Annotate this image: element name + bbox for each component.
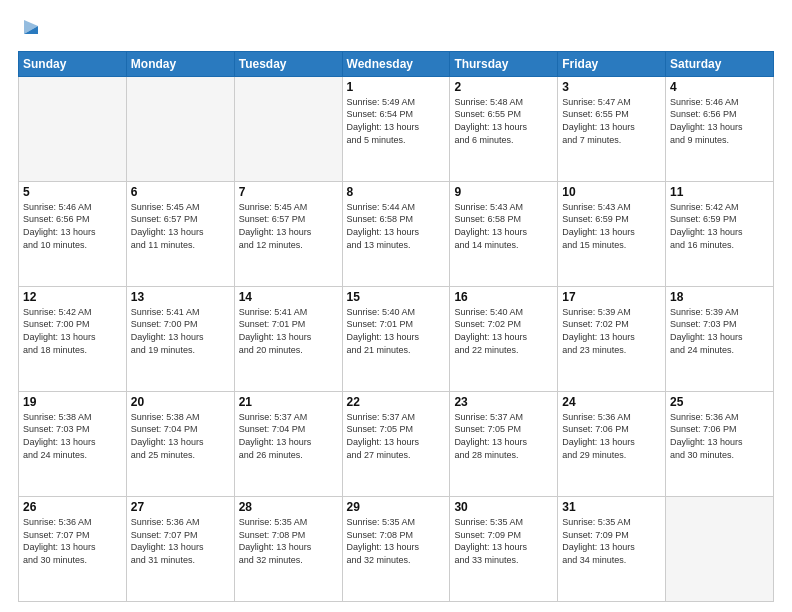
- day-info: Sunrise: 5:37 AM Sunset: 7:05 PM Dayligh…: [347, 411, 446, 461]
- calendar-cell: 26Sunrise: 5:36 AM Sunset: 7:07 PM Dayli…: [19, 496, 127, 601]
- calendar-week-3: 12Sunrise: 5:42 AM Sunset: 7:00 PM Dayli…: [19, 286, 774, 391]
- day-info: Sunrise: 5:43 AM Sunset: 6:59 PM Dayligh…: [562, 201, 661, 251]
- calendar-cell: 21Sunrise: 5:37 AM Sunset: 7:04 PM Dayli…: [234, 391, 342, 496]
- logo-icon: [20, 16, 42, 38]
- day-number: 28: [239, 500, 338, 514]
- calendar-cell: 23Sunrise: 5:37 AM Sunset: 7:05 PM Dayli…: [450, 391, 558, 496]
- calendar-cell: 18Sunrise: 5:39 AM Sunset: 7:03 PM Dayli…: [666, 286, 774, 391]
- weekday-header-friday: Friday: [558, 51, 666, 76]
- calendar-cell: 20Sunrise: 5:38 AM Sunset: 7:04 PM Dayli…: [126, 391, 234, 496]
- calendar-cell: 14Sunrise: 5:41 AM Sunset: 7:01 PM Dayli…: [234, 286, 342, 391]
- calendar-cell: 30Sunrise: 5:35 AM Sunset: 7:09 PM Dayli…: [450, 496, 558, 601]
- day-number: 8: [347, 185, 446, 199]
- calendar-week-1: 1Sunrise: 5:49 AM Sunset: 6:54 PM Daylig…: [19, 76, 774, 181]
- header: [18, 16, 774, 43]
- calendar-body: 1Sunrise: 5:49 AM Sunset: 6:54 PM Daylig…: [19, 76, 774, 601]
- day-number: 11: [670, 185, 769, 199]
- weekday-header-wednesday: Wednesday: [342, 51, 450, 76]
- day-info: Sunrise: 5:40 AM Sunset: 7:01 PM Dayligh…: [347, 306, 446, 356]
- day-number: 6: [131, 185, 230, 199]
- day-number: 29: [347, 500, 446, 514]
- day-number: 27: [131, 500, 230, 514]
- weekday-header-monday: Monday: [126, 51, 234, 76]
- calendar-cell: 4Sunrise: 5:46 AM Sunset: 6:56 PM Daylig…: [666, 76, 774, 181]
- day-number: 14: [239, 290, 338, 304]
- day-info: Sunrise: 5:36 AM Sunset: 7:06 PM Dayligh…: [562, 411, 661, 461]
- day-info: Sunrise: 5:35 AM Sunset: 7:09 PM Dayligh…: [454, 516, 553, 566]
- weekday-header-thursday: Thursday: [450, 51, 558, 76]
- day-number: 17: [562, 290, 661, 304]
- calendar-week-2: 5Sunrise: 5:46 AM Sunset: 6:56 PM Daylig…: [19, 181, 774, 286]
- day-number: 20: [131, 395, 230, 409]
- day-info: Sunrise: 5:45 AM Sunset: 6:57 PM Dayligh…: [131, 201, 230, 251]
- day-number: 5: [23, 185, 122, 199]
- calendar-cell: 1Sunrise: 5:49 AM Sunset: 6:54 PM Daylig…: [342, 76, 450, 181]
- day-number: 2: [454, 80, 553, 94]
- calendar-table: SundayMondayTuesdayWednesdayThursdayFrid…: [18, 51, 774, 602]
- page: SundayMondayTuesdayWednesdayThursdayFrid…: [0, 0, 792, 612]
- day-info: Sunrise: 5:35 AM Sunset: 7:08 PM Dayligh…: [239, 516, 338, 566]
- day-info: Sunrise: 5:37 AM Sunset: 7:04 PM Dayligh…: [239, 411, 338, 461]
- day-info: Sunrise: 5:41 AM Sunset: 7:00 PM Dayligh…: [131, 306, 230, 356]
- day-info: Sunrise: 5:38 AM Sunset: 7:03 PM Dayligh…: [23, 411, 122, 461]
- calendar-cell: [126, 76, 234, 181]
- calendar-cell: 22Sunrise: 5:37 AM Sunset: 7:05 PM Dayli…: [342, 391, 450, 496]
- calendar-cell: 12Sunrise: 5:42 AM Sunset: 7:00 PM Dayli…: [19, 286, 127, 391]
- day-number: 30: [454, 500, 553, 514]
- day-info: Sunrise: 5:41 AM Sunset: 7:01 PM Dayligh…: [239, 306, 338, 356]
- day-number: 9: [454, 185, 553, 199]
- day-info: Sunrise: 5:46 AM Sunset: 6:56 PM Dayligh…: [23, 201, 122, 251]
- calendar-week-5: 26Sunrise: 5:36 AM Sunset: 7:07 PM Dayli…: [19, 496, 774, 601]
- calendar-week-4: 19Sunrise: 5:38 AM Sunset: 7:03 PM Dayli…: [19, 391, 774, 496]
- calendar-cell: 31Sunrise: 5:35 AM Sunset: 7:09 PM Dayli…: [558, 496, 666, 601]
- day-number: 13: [131, 290, 230, 304]
- day-number: 25: [670, 395, 769, 409]
- day-info: Sunrise: 5:36 AM Sunset: 7:07 PM Dayligh…: [131, 516, 230, 566]
- day-number: 23: [454, 395, 553, 409]
- calendar-cell: 9Sunrise: 5:43 AM Sunset: 6:58 PM Daylig…: [450, 181, 558, 286]
- calendar-cell: 27Sunrise: 5:36 AM Sunset: 7:07 PM Dayli…: [126, 496, 234, 601]
- day-number: 7: [239, 185, 338, 199]
- weekday-header-saturday: Saturday: [666, 51, 774, 76]
- day-info: Sunrise: 5:36 AM Sunset: 7:07 PM Dayligh…: [23, 516, 122, 566]
- logo: [18, 16, 42, 43]
- day-info: Sunrise: 5:43 AM Sunset: 6:58 PM Dayligh…: [454, 201, 553, 251]
- day-info: Sunrise: 5:35 AM Sunset: 7:08 PM Dayligh…: [347, 516, 446, 566]
- day-info: Sunrise: 5:42 AM Sunset: 6:59 PM Dayligh…: [670, 201, 769, 251]
- day-info: Sunrise: 5:38 AM Sunset: 7:04 PM Dayligh…: [131, 411, 230, 461]
- calendar-cell: 10Sunrise: 5:43 AM Sunset: 6:59 PM Dayli…: [558, 181, 666, 286]
- day-info: Sunrise: 5:39 AM Sunset: 7:02 PM Dayligh…: [562, 306, 661, 356]
- weekday-header-row: SundayMondayTuesdayWednesdayThursdayFrid…: [19, 51, 774, 76]
- logo-text: [18, 16, 42, 43]
- calendar-cell: 19Sunrise: 5:38 AM Sunset: 7:03 PM Dayli…: [19, 391, 127, 496]
- day-info: Sunrise: 5:40 AM Sunset: 7:02 PM Dayligh…: [454, 306, 553, 356]
- calendar-cell: 17Sunrise: 5:39 AM Sunset: 7:02 PM Dayli…: [558, 286, 666, 391]
- calendar-cell: 6Sunrise: 5:45 AM Sunset: 6:57 PM Daylig…: [126, 181, 234, 286]
- calendar-cell: 11Sunrise: 5:42 AM Sunset: 6:59 PM Dayli…: [666, 181, 774, 286]
- calendar-cell: [19, 76, 127, 181]
- day-info: Sunrise: 5:49 AM Sunset: 6:54 PM Dayligh…: [347, 96, 446, 146]
- weekday-header-sunday: Sunday: [19, 51, 127, 76]
- day-number: 1: [347, 80, 446, 94]
- day-info: Sunrise: 5:48 AM Sunset: 6:55 PM Dayligh…: [454, 96, 553, 146]
- calendar-cell: 13Sunrise: 5:41 AM Sunset: 7:00 PM Dayli…: [126, 286, 234, 391]
- calendar-cell: 24Sunrise: 5:36 AM Sunset: 7:06 PM Dayli…: [558, 391, 666, 496]
- day-info: Sunrise: 5:35 AM Sunset: 7:09 PM Dayligh…: [562, 516, 661, 566]
- day-number: 24: [562, 395, 661, 409]
- calendar-cell: 28Sunrise: 5:35 AM Sunset: 7:08 PM Dayli…: [234, 496, 342, 601]
- day-info: Sunrise: 5:47 AM Sunset: 6:55 PM Dayligh…: [562, 96, 661, 146]
- day-info: Sunrise: 5:46 AM Sunset: 6:56 PM Dayligh…: [670, 96, 769, 146]
- weekday-header-tuesday: Tuesday: [234, 51, 342, 76]
- day-number: 21: [239, 395, 338, 409]
- day-number: 3: [562, 80, 661, 94]
- day-info: Sunrise: 5:44 AM Sunset: 6:58 PM Dayligh…: [347, 201, 446, 251]
- calendar-cell: 3Sunrise: 5:47 AM Sunset: 6:55 PM Daylig…: [558, 76, 666, 181]
- calendar-cell: [666, 496, 774, 601]
- day-number: 12: [23, 290, 122, 304]
- day-number: 18: [670, 290, 769, 304]
- day-info: Sunrise: 5:39 AM Sunset: 7:03 PM Dayligh…: [670, 306, 769, 356]
- calendar-cell: 25Sunrise: 5:36 AM Sunset: 7:06 PM Dayli…: [666, 391, 774, 496]
- day-number: 4: [670, 80, 769, 94]
- day-number: 26: [23, 500, 122, 514]
- day-number: 31: [562, 500, 661, 514]
